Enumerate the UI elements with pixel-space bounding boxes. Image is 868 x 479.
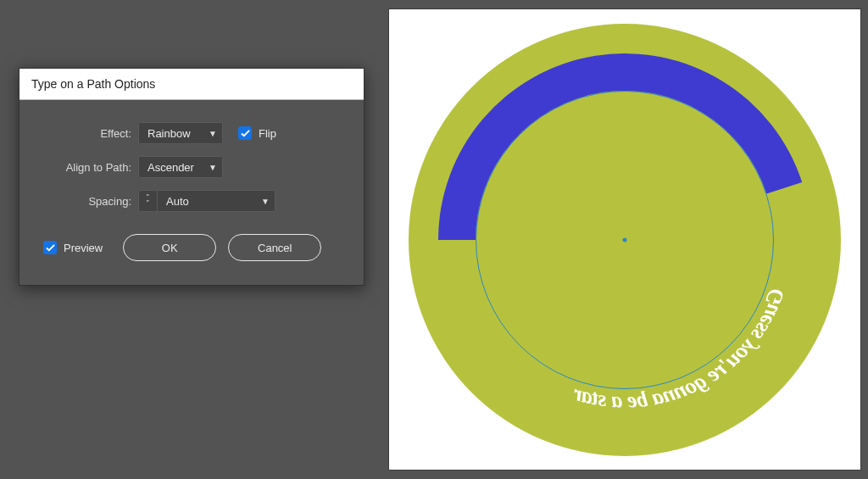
align-value: Ascender: [147, 161, 194, 174]
spacing-label: Spacing:: [43, 195, 131, 208]
chevron-down-icon: ▼: [261, 197, 270, 206]
dialog-title: Type on a Path Options: [19, 69, 364, 100]
effect-label: Effect:: [43, 127, 131, 140]
chevron-down-icon: ▼: [209, 163, 217, 172]
check-icon: [241, 129, 250, 138]
check-icon: [46, 243, 55, 253]
stepper-down-icon: ˅: [146, 201, 150, 207]
text-highlight-band: [438, 53, 802, 240]
preview-checkbox-wrap[interactable]: Preview: [43, 241, 103, 254]
align-row: Align to Path: Ascender ▼: [43, 156, 340, 178]
chevron-down-icon: ▼: [209, 129, 217, 138]
path-text-content: Guess you're gonna be a star: [570, 284, 789, 412]
path-text: Guess you're gonna be a star: [570, 284, 789, 412]
effect-value: Rainbow: [147, 127, 191, 140]
type-on-path-artwork: Guess you're gonna be a star: [409, 24, 841, 456]
spacing-control: ˄ ˅ Auto ▼: [138, 190, 275, 212]
spacing-select[interactable]: Auto ▼: [157, 190, 275, 212]
effect-select[interactable]: Rainbow ▼: [138, 122, 223, 144]
effect-row: Effect: Rainbow ▼ Flip: [43, 122, 340, 144]
align-label: Align to Path:: [43, 161, 131, 174]
artboard[interactable]: Guess you're gonna be a star: [388, 8, 861, 471]
preview-label: Preview: [64, 242, 103, 254]
flip-checkbox[interactable]: [238, 126, 252, 140]
ok-label: OK: [162, 242, 178, 254]
flip-label: Flip: [259, 127, 276, 140]
dialog-button-row: Preview OK Cancel: [43, 234, 340, 261]
cancel-button[interactable]: Cancel: [228, 234, 321, 261]
ok-button[interactable]: OK: [123, 234, 216, 261]
spacing-value: Auto: [166, 195, 189, 208]
spacing-row: Spacing: ˄ ˅ Auto ▼: [43, 190, 340, 212]
flip-checkbox-wrap[interactable]: Flip: [238, 126, 276, 140]
preview-checkbox[interactable]: [43, 241, 57, 254]
type-on-path-options-dialog: Type on a Path Options Effect: Rainbow ▼…: [19, 68, 364, 286]
dialog-body: Effect: Rainbow ▼ Flip Align to Path: As…: [19, 100, 364, 285]
align-select[interactable]: Ascender ▼: [138, 156, 223, 178]
cancel-label: Cancel: [258, 242, 292, 254]
spacing-stepper[interactable]: ˄ ˅: [138, 190, 157, 212]
